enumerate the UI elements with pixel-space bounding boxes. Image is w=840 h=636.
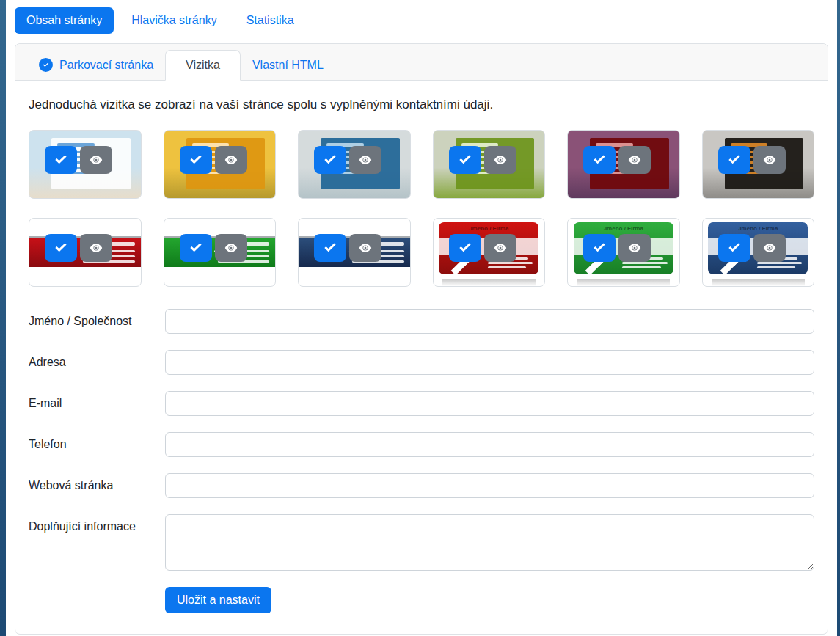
preview-template-button[interactable] [753, 146, 786, 174]
website-field[interactable] [165, 473, 814, 498]
template-thumb-red-arrow-card: Jméno / Firma [433, 218, 546, 287]
eye-icon [88, 240, 104, 256]
card-title-placeholder: Jméno / Firma [439, 225, 538, 232]
form-row: Telefon [29, 432, 814, 457]
template-actions [314, 234, 381, 262]
select-template-button[interactable] [180, 234, 212, 262]
check-icon [188, 152, 204, 168]
top-nav-hlavicka-stranky[interactable]: Hlavička stránky [120, 7, 228, 34]
check-circle-icon [39, 58, 53, 72]
email-field[interactable] [165, 391, 814, 416]
select-template-button[interactable] [583, 234, 616, 262]
check-icon [457, 240, 473, 256]
eye-icon [762, 240, 778, 256]
check-icon [322, 240, 338, 256]
eye-icon [762, 152, 778, 168]
template-thumb-red-banner-strip [29, 218, 142, 287]
email-label: E-mail [29, 397, 165, 410]
preview-template-button[interactable] [484, 146, 516, 174]
additional-info-field[interactable] [165, 514, 814, 571]
tab-label: Parkovací stránka [59, 59, 153, 72]
check-icon [591, 240, 607, 256]
name-company-label: Jméno / Společnost [29, 315, 165, 328]
eye-icon [357, 240, 373, 256]
template-thumb-mountain-lake-blue-card [298, 130, 411, 199]
preview-template-button[interactable] [215, 234, 247, 262]
template-thumb-blue-arrow-card: Jméno / Firma [702, 218, 815, 287]
select-template-button[interactable] [449, 146, 481, 174]
address-field[interactable] [165, 350, 814, 375]
preview-template-button[interactable] [215, 146, 247, 174]
tab-parkovaci-stranka[interactable]: Parkovací stránka [27, 50, 165, 80]
template-actions [449, 146, 516, 174]
select-template-button[interactable] [718, 146, 750, 174]
template-actions [45, 234, 112, 262]
select-template-button[interactable] [718, 234, 750, 262]
eye-icon [492, 152, 508, 168]
check-icon [726, 152, 742, 168]
website-label: Webová stránka [29, 479, 165, 492]
tab-vizitka[interactable]: Vizitka [165, 50, 241, 81]
preview-template-button[interactable] [618, 234, 651, 262]
template-actions [583, 146, 651, 174]
name-company-field[interactable] [165, 309, 814, 334]
preview-template-button[interactable] [80, 146, 112, 174]
preview-template-button[interactable] [349, 234, 381, 262]
phone-label: Telefon [29, 438, 165, 451]
preview-template-button[interactable] [618, 146, 651, 174]
template-thumb-beach-photo-white-card [29, 130, 142, 199]
preview-template-button[interactable] [484, 234, 516, 262]
select-template-button[interactable] [449, 234, 481, 262]
template-thumb-green-arrow-card: Jméno / Firma [567, 218, 680, 287]
form-row: Doplňující informace [29, 514, 814, 571]
vizitka-form: Jméno / Společnost Adresa E-mail Telefon… [29, 309, 814, 613]
eye-icon [223, 240, 239, 256]
intro-text: Jednoduchá vizitka se zobrazí na vaší st… [29, 98, 814, 112]
select-template-button[interactable] [45, 234, 77, 262]
card-title-placeholder: Jméno / Firma [708, 225, 808, 232]
phone-field[interactable] [165, 432, 814, 457]
tab-label: Vizitka [186, 59, 220, 72]
select-template-button[interactable] [314, 234, 346, 262]
card-title-placeholder: Jméno / Firma [574, 225, 673, 232]
select-template-button[interactable] [45, 146, 77, 174]
check-icon [457, 152, 473, 168]
template-thumb-city-night-dark-red-card [567, 130, 680, 199]
eye-icon [223, 152, 239, 168]
preview-template-button[interactable] [349, 146, 381, 174]
form-actions: Uložit a nastavit [29, 587, 814, 613]
template-thumb-green-banner-strip [164, 218, 277, 287]
template-actions [718, 234, 786, 262]
eye-icon [627, 152, 643, 168]
preview-template-button[interactable] [80, 234, 112, 262]
top-nav: Obsah stránky Hlavička stránky Statistik… [15, 7, 828, 34]
eye-icon [627, 240, 643, 256]
select-template-button[interactable] [180, 146, 212, 174]
top-nav-obsah-stranky[interactable]: Obsah stránky [15, 7, 114, 34]
check-icon [53, 240, 69, 256]
check-icon [726, 240, 742, 256]
top-nav-statistika[interactable]: Statistika [235, 7, 306, 34]
additional-info-label: Doplňující informace [29, 514, 165, 533]
template-actions [583, 234, 651, 262]
select-template-button[interactable] [314, 146, 346, 174]
tab-vlastni-html[interactable]: Vlastní HTML [241, 50, 335, 80]
save-and-set-button[interactable]: Uložit a nastavit [165, 587, 271, 613]
check-icon [322, 152, 338, 168]
card-reflection [442, 279, 536, 286]
select-template-button[interactable] [583, 146, 616, 174]
address-label: Adresa [29, 356, 165, 369]
template-thumb-desk-keyboard-dark-card [702, 130, 815, 199]
form-row: Webová stránka [29, 473, 814, 498]
check-icon [53, 152, 69, 168]
template-actions [449, 234, 516, 262]
preview-template-button[interactable] [753, 234, 786, 262]
template-actions [718, 146, 786, 174]
eye-icon [88, 152, 104, 168]
template-actions [314, 146, 381, 174]
template-thumb-countryside-rail-green-card [433, 130, 546, 199]
form-row: Adresa [29, 350, 814, 375]
eye-icon [357, 152, 373, 168]
card-reflection [712, 279, 805, 286]
check-icon [591, 152, 607, 168]
